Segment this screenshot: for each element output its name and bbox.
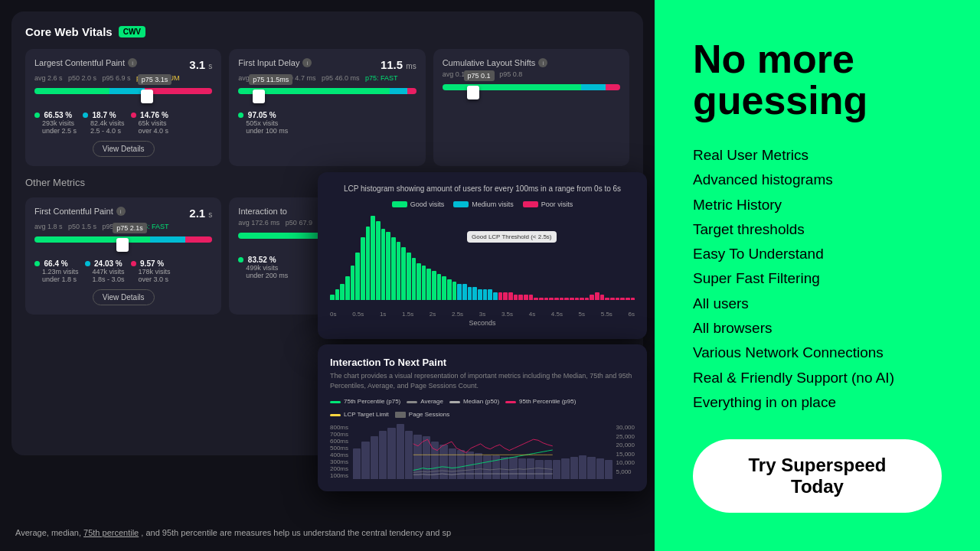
feature-item-5: Super Fast Filtering (693, 266, 942, 291)
hist-bar (585, 298, 590, 300)
lcp-track (34, 88, 212, 94)
hist-bar (442, 276, 446, 300)
hist-bar (620, 298, 625, 300)
legend-poor: Poor visits (523, 201, 573, 208)
hist-bar (412, 258, 416, 300)
hist-bar (376, 221, 381, 300)
hist-bar (478, 289, 482, 300)
legend-good-label: Good visits (410, 201, 445, 208)
cta-button[interactable]: Try Superspeed Today (693, 439, 942, 513)
feature-item-2: Metric History (693, 193, 942, 217)
hist-bar (631, 298, 635, 300)
fid-card: First Input Delay i 11.5 ms avg 23.0 ms … (229, 49, 425, 166)
fcp-card: First Contentful Paint i 2.1 s avg 1.8 s… (25, 197, 221, 315)
hist-bar (330, 295, 335, 300)
legend-poor-label: Poor visits (541, 201, 573, 208)
hist-bar (371, 216, 375, 300)
hist-bar (575, 298, 580, 300)
feature-item-8: Various Network Connections (693, 341, 942, 365)
hist-bar (508, 292, 513, 300)
hist-bar (468, 287, 472, 300)
hist-bar (462, 284, 467, 300)
inp-legend-p95: 95th Percentile (p95) (505, 398, 576, 405)
histogram-chart: Good LCP Threshold (< 2.5s) (330, 216, 635, 308)
inp-chart-area (353, 424, 613, 479)
cwv-title: Core Web Vitals (25, 25, 113, 38)
hist-bar (407, 253, 411, 300)
feature-item-3: Target thresholds (693, 217, 942, 242)
inp-legend-median: Median (p50) (449, 398, 499, 405)
hist-bar (529, 295, 534, 300)
hist-bar (503, 292, 508, 300)
hist-bar (554, 298, 559, 300)
feature-item-9: Real & Friendly Support (no AI) (693, 366, 942, 390)
feature-item-10: Everything in on place (693, 390, 942, 415)
legend-medium: Medium visits (453, 201, 514, 208)
inp-lines-svg (353, 424, 613, 479)
right-panel: No moreguessing Real User MetricsAdvance… (655, 0, 980, 551)
hist-bar (397, 242, 401, 300)
inp-y-axis-right: 30,000 25,000 20,000 15,000 10,000 5,000 (616, 424, 635, 479)
hist-bar (549, 298, 554, 300)
fid-stats: 97.05 % 505x visitsunder 100 ms (238, 111, 416, 135)
features-list: Real User MetricsAdvanced histogramsMetr… (693, 143, 942, 415)
hist-bar (457, 284, 462, 300)
hist-bar (335, 289, 340, 300)
inp-legend-p75: 75th Percentile (p75) (330, 398, 400, 405)
histogram-popup: LCP histogram showing amount of users fo… (318, 172, 647, 339)
hist-bar (437, 274, 442, 300)
lcp-stats: 66.53 % 293k visitsunder 2.5 s 18.7 % 82… (34, 111, 212, 135)
lcp-sub: avg 2.6 s p50 2.0 s p95 6.9 s p75: MEDIU… (34, 74, 212, 82)
hist-bar (472, 287, 477, 300)
feature-item-4: Easy To Understand (693, 242, 942, 266)
hist-bar (514, 295, 518, 300)
percentile-link[interactable]: 75th percentile (83, 528, 139, 537)
fid-value: 11.5 ms (381, 58, 416, 71)
hist-bar (345, 276, 350, 300)
hist-bar (381, 229, 386, 300)
histogram-legend: Good visits Medium visits Poor visits (330, 201, 635, 208)
hist-bar (447, 279, 452, 301)
lcp-view-details-button[interactable]: View Details (93, 141, 155, 157)
cls-slider: p75 0.1 (443, 84, 620, 101)
hist-bar (580, 298, 584, 300)
hist-bar (416, 263, 421, 300)
hist-bar (366, 227, 371, 300)
fcp-value: 2.1 s (189, 207, 212, 220)
hist-bar (564, 298, 569, 300)
inp-legend-sessions: Page Sessions (395, 411, 449, 418)
hist-bar (355, 253, 360, 300)
inp-legend-target: LCP Target Limit (330, 411, 389, 418)
lcp-card: Largest Contentful Paint i 3.1 s avg 2.6… (25, 49, 221, 166)
hist-bar (626, 298, 630, 300)
inp-popup-legend: 75th Percentile (p75) Average Median (p5… (330, 398, 635, 418)
histogram-tooltip: Good LCP Threshold (< 2.5s) (467, 231, 556, 243)
cwv-header: Core Web Vitals CWV (25, 25, 629, 38)
hist-bar (616, 298, 620, 300)
hist-bar (401, 247, 406, 300)
lcp-value: 3.1 s (189, 58, 212, 71)
fid-name: First Input Delay i (238, 58, 312, 67)
hist-bar (391, 237, 396, 301)
feature-item-1: Advanced histograms (693, 168, 942, 192)
hist-bar (590, 295, 594, 300)
hist-bar (386, 232, 390, 300)
legend-medium-label: Medium visits (472, 201, 514, 208)
fcp-view-details-button[interactable]: View Details (93, 289, 155, 305)
cwv-badge: CWV (119, 26, 145, 37)
hist-bar (600, 295, 605, 300)
fcp-name: First Contentful Paint i (34, 207, 126, 216)
histogram-x-label: Seconds (330, 319, 635, 327)
histogram-x-axis: 0s0.5s1s1.5s2s2.5s3s3.5s4s4.5s5s5.5s6s (330, 311, 635, 318)
hist-bar (426, 269, 431, 300)
inp-legend-avg: Average (407, 398, 443, 405)
feature-item-7: All browsers (693, 316, 942, 341)
left-panel: Core Web Vitals CWV Largest Contentful P… (0, 0, 655, 551)
fid-info-icon: i (302, 58, 312, 67)
feature-item-6: All users (693, 292, 942, 316)
hist-bar (560, 298, 564, 300)
inp-y-axis-left: 800ms 700ms 600ms 500ms 400ms 300ms 200m… (330, 424, 348, 479)
inp-name: Interaction to (238, 207, 287, 216)
fid-track (238, 88, 416, 94)
fcp-slider: p75 2.1s (34, 236, 212, 253)
